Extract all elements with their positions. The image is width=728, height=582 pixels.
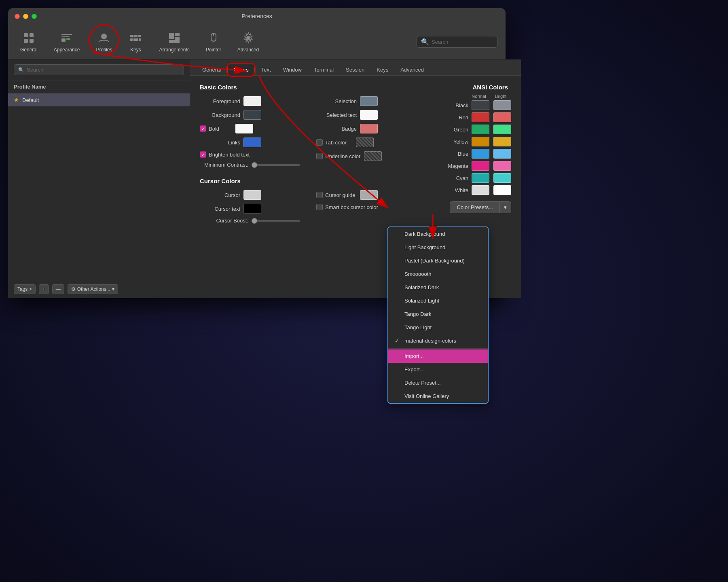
- selection-row: Selection: [316, 96, 382, 106]
- dropdown-item-smoooooth[interactable]: Smoooooth: [388, 267, 488, 281]
- sidebar-search-input[interactable]: [27, 67, 180, 73]
- ansi-col-headers: Normal Bright: [398, 94, 511, 99]
- ansi-swatch-red-normal[interactable]: [472, 112, 489, 122]
- dropdown-item-solarized-light[interactable]: Solarized Light: [388, 294, 488, 307]
- selection-swatch[interactable]: [360, 96, 378, 106]
- toolbar-search-input[interactable]: [432, 39, 493, 45]
- ansi-swatch-magenta-normal[interactable]: [472, 161, 489, 171]
- brighten-bold-checkbox[interactable]: [200, 151, 206, 158]
- toolbar-item-keys[interactable]: ⌘ Keys: [124, 28, 147, 55]
- cursor-text-swatch[interactable]: [243, 204, 261, 214]
- bold-checkbox[interactable]: [200, 125, 206, 132]
- cursor-boost-slider[interactable]: [252, 220, 300, 222]
- svg-rect-1: [30, 33, 34, 37]
- tab-terminal[interactable]: Terminal: [308, 64, 339, 75]
- foreground-row: Foreground: [200, 96, 300, 106]
- dropdown-item-import---[interactable]: Import...: [388, 349, 488, 363]
- ansi-swatch-yellow-bright[interactable]: [493, 137, 511, 146]
- profile-item-default[interactable]: ★ Default: [8, 93, 190, 106]
- close-button[interactable]: [15, 14, 20, 19]
- tab-colors[interactable]: Colors: [227, 64, 255, 76]
- background-swatch[interactable]: [243, 110, 261, 120]
- tab-color-checkbox[interactable]: [316, 139, 323, 146]
- tags-button[interactable]: Tags >: [14, 284, 36, 294]
- ansi-swatch-white-bright[interactable]: [493, 185, 511, 195]
- remove-profile-button[interactable]: —: [52, 284, 64, 294]
- badge-swatch[interactable]: [360, 124, 378, 133]
- foreground-swatch[interactable]: [243, 96, 261, 106]
- toolbar-item-advanced[interactable]: Advanced: [233, 28, 263, 55]
- dropdown-item-label: Solarized Dark: [404, 284, 439, 290]
- ansi-swatch-white-normal[interactable]: [472, 185, 489, 195]
- toolbar-item-general[interactable]: General: [16, 28, 42, 55]
- dropdown-item-solarized-dark[interactable]: Solarized Dark: [388, 281, 488, 294]
- selected-text-swatch[interactable]: [360, 110, 378, 120]
- toolbar-item-arrangements[interactable]: Arrangements: [155, 28, 193, 55]
- tab-text[interactable]: Text: [256, 64, 277, 75]
- add-icon: +: [42, 286, 45, 292]
- sidebar-search-field[interactable]: 🔍: [14, 64, 184, 75]
- color-presets-button[interactable]: Color Presets...: [450, 201, 499, 213]
- dropdown-item-tango-light[interactable]: Tango Light: [388, 321, 488, 334]
- ansi-swatch-green-bright[interactable]: [493, 125, 511, 134]
- ansi-swatch-red-bright[interactable]: [493, 112, 511, 122]
- tab-general[interactable]: General: [197, 64, 226, 75]
- dropdown-item-label: material-design-colors: [404, 338, 456, 344]
- bold-swatch[interactable]: [235, 124, 253, 133]
- dropdown-item-visit-online-gallery[interactable]: Visit Online Gallery: [388, 389, 488, 403]
- tab-keys[interactable]: Keys: [371, 64, 394, 75]
- ansi-swatch-yellow-normal[interactable]: [472, 137, 489, 146]
- dropdown-item-export---[interactable]: Export...: [388, 363, 488, 376]
- cursor-guide-checkbox[interactable]: [316, 192, 323, 198]
- dropdown-item-delete-preset---[interactable]: Delete Preset...: [388, 376, 488, 389]
- toolbar-item-appearance[interactable]: Appearance: [50, 28, 84, 55]
- toolbar-search[interactable]: 🔍: [417, 36, 497, 48]
- underline-color-checkbox[interactable]: [316, 153, 323, 159]
- svg-rect-17: [175, 33, 180, 36]
- ansi-swatch-black-bright[interactable]: [493, 100, 511, 110]
- smart-box-checkbox[interactable]: [316, 204, 323, 210]
- dropdown-item-light-background[interactable]: Light Background: [388, 241, 488, 254]
- ansi-swatches-blue: [472, 149, 511, 159]
- toolbar-item-pointer[interactable]: Pointer: [202, 28, 225, 55]
- zoom-button[interactable]: [32, 14, 37, 19]
- ansi-swatch-magenta-bright[interactable]: [493, 161, 511, 171]
- ansi-label-white: White: [444, 187, 468, 193]
- ansi-rows-container: Black Red Green Yellow Blue Magenta: [398, 100, 511, 195]
- toolbar-item-profiles[interactable]: Profiles: [92, 28, 116, 55]
- profile-name-header: Profile Name: [8, 80, 190, 93]
- tab-session[interactable]: Session: [340, 64, 370, 75]
- ansi-swatch-cyan-bright[interactable]: [493, 173, 511, 183]
- add-profile-button[interactable]: +: [39, 284, 49, 294]
- ansi-swatch-green-normal[interactable]: [472, 125, 489, 134]
- presets-label: Color Presets...: [457, 204, 493, 210]
- ansi-swatch-black-normal[interactable]: [472, 100, 489, 110]
- cursor-guide-swatch[interactable]: [360, 190, 378, 200]
- underline-color-swatch[interactable]: [364, 151, 382, 161]
- ansi-swatch-cyan-normal[interactable]: [472, 173, 489, 183]
- window-title: Preferences: [241, 13, 272, 19]
- dropdown-item-material-design-colors[interactable]: ✓ material-design-colors: [388, 334, 488, 347]
- tab-advanced[interactable]: Advanced: [395, 64, 430, 75]
- tab-color-swatch[interactable]: [356, 138, 374, 147]
- ansi-label-black: Black: [444, 102, 468, 108]
- dropdown-separator: [388, 348, 488, 349]
- links-swatch[interactable]: [243, 138, 261, 147]
- ansi-swatches-red: [472, 112, 511, 122]
- chevron-down-icon: ▾: [112, 286, 114, 292]
- presets-dropdown-arrow[interactable]: ▾: [499, 201, 511, 213]
- tab-window[interactable]: Window: [277, 64, 307, 75]
- dropdown-item-pastel--dark-background-[interactable]: Pastel (Dark Background): [388, 254, 488, 267]
- tab-color-row: Tab color: [316, 138, 382, 147]
- minimize-button[interactable]: [23, 14, 28, 19]
- dropdown-item-tango-dark[interactable]: Tango Dark: [388, 307, 488, 321]
- ansi-normal-header: Normal: [470, 94, 488, 99]
- chevron-down-icon: ▾: [504, 204, 507, 210]
- toolbar-arrangements-label: Arrangements: [159, 47, 189, 53]
- other-actions-button[interactable]: ⚙ Other Actions... ▾: [68, 284, 118, 294]
- ansi-swatch-blue-normal[interactable]: [472, 149, 489, 159]
- cursor-swatch[interactable]: [243, 190, 261, 200]
- minimum-contrast-slider[interactable]: [252, 164, 300, 166]
- dropdown-item-dark-background[interactable]: Dark Background: [388, 227, 488, 241]
- ansi-swatch-blue-bright[interactable]: [493, 149, 511, 159]
